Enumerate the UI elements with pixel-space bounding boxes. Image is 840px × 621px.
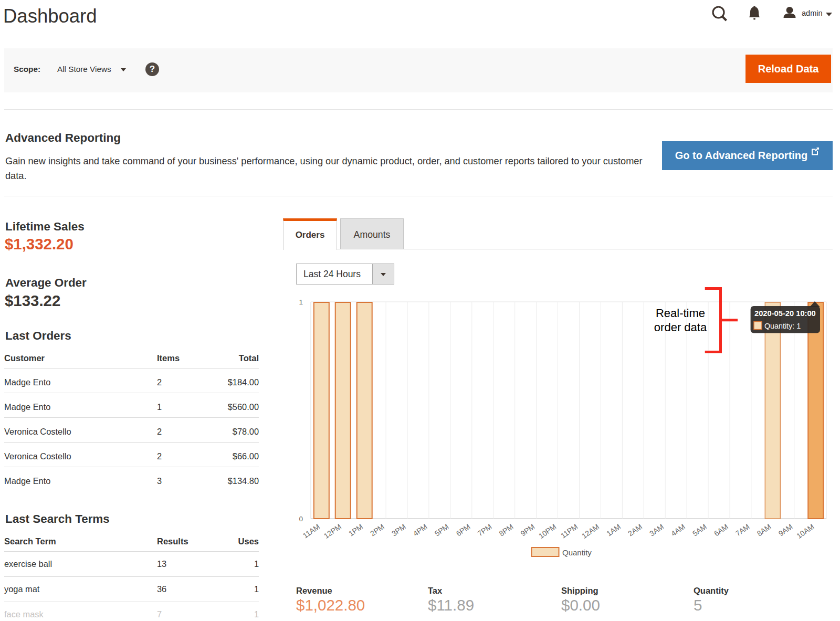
svg-text:10PM: 10PM: [537, 522, 558, 540]
svg-text:11AM: 11AM: [301, 522, 321, 540]
svg-text:0: 0: [299, 515, 303, 523]
svg-text:order data: order data: [654, 321, 707, 334]
svg-text:9AM: 9AM: [777, 522, 794, 538]
svg-text:9PM: 9PM: [519, 522, 537, 538]
svg-text:8PM: 8PM: [498, 522, 515, 538]
svg-text:6PM: 6PM: [455, 522, 472, 538]
svg-text:1AM: 1AM: [605, 522, 622, 538]
svg-text:12PM: 12PM: [322, 522, 343, 540]
svg-text:4PM: 4PM: [412, 522, 429, 538]
svg-text:2PM: 2PM: [369, 522, 386, 538]
svg-text:2020-05-20 10:00: 2020-05-20 10:00: [754, 309, 816, 318]
svg-text:2AM: 2AM: [626, 522, 644, 538]
svg-text:6AM: 6AM: [712, 522, 730, 538]
svg-text:12AM: 12AM: [580, 522, 601, 540]
svg-text:Real-time: Real-time: [656, 307, 705, 320]
svg-text:4AM: 4AM: [669, 522, 687, 538]
svg-text:10AM: 10AM: [795, 522, 815, 540]
svg-text:3PM: 3PM: [390, 522, 407, 538]
svg-text:8AM: 8AM: [755, 522, 773, 538]
svg-text:3AM: 3AM: [648, 522, 665, 538]
svg-text:7AM: 7AM: [734, 522, 751, 538]
svg-text:7PM: 7PM: [476, 522, 494, 538]
svg-text:Quantity: 1: Quantity: 1: [764, 322, 801, 330]
svg-text:5PM: 5PM: [433, 522, 450, 538]
svg-text:Quantity: Quantity: [562, 548, 592, 557]
svg-text:1: 1: [299, 298, 303, 306]
svg-text:1PM: 1PM: [347, 522, 364, 538]
svg-text:11PM: 11PM: [559, 522, 579, 540]
svg-text:5AM: 5AM: [691, 522, 708, 538]
